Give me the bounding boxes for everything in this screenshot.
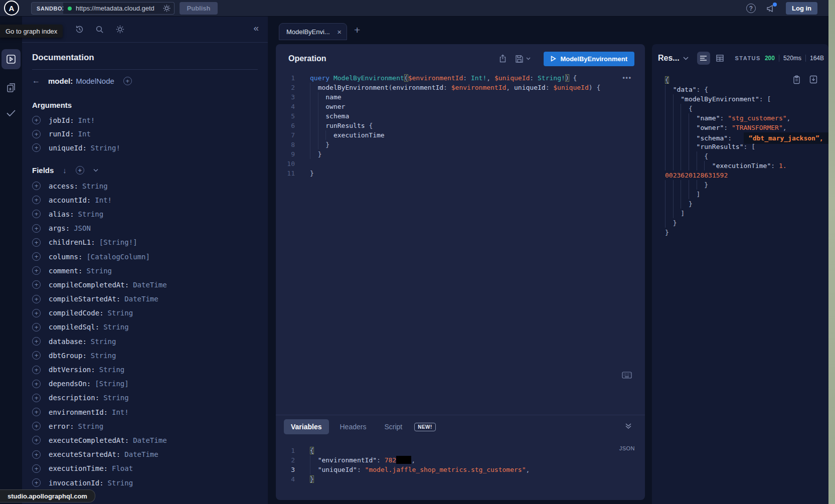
rail-item-checks[interactable] [2,103,21,123]
schema-field-row[interactable]: +compileStartedAt:DateTime [32,292,258,306]
tab-headers[interactable]: Headers [333,419,374,434]
tab-script[interactable]: Script [377,419,409,434]
settings-gear-icon[interactable] [115,25,125,34]
add-to-query-icon[interactable]: + [32,116,41,124]
new-tab-icon[interactable]: + [354,25,360,35]
add-to-query-icon[interactable]: + [32,436,41,444]
schema-field-row[interactable]: +compileCompletedAt:DateTime [32,278,258,292]
field-name: dbtVersion: [49,366,95,374]
run-operation-button[interactable]: ModelByEnvironment [544,52,634,66]
table-view-toggle[interactable] [714,52,727,65]
schema-field-row[interactable]: +dbtGroup:String [32,349,258,363]
add-to-query-icon[interactable]: + [32,210,41,218]
add-all-fields-icon[interactable]: + [76,166,84,175]
add-to-query-icon[interactable]: + [32,366,41,374]
variables-editor[interactable]: 1{2"environmentId": 782,3"uniqueId": "mo… [276,446,645,484]
add-to-query-icon[interactable]: + [32,464,41,473]
schema-field-row[interactable]: +args:JSON [32,221,258,235]
collapse-variables-icon[interactable] [625,423,632,429]
rail-item-operation-collections[interactable] [2,78,21,98]
schema-field-row[interactable]: +uniqueId:String! [32,141,258,155]
schema-field-row[interactable]: +dependsOn:[String] [32,377,258,391]
schema-field-row[interactable]: +columns:[CatalogColumn] [32,249,258,263]
add-to-query-icon[interactable]: + [32,337,41,346]
schema-field-row[interactable]: +database:String [32,334,258,349]
divider [276,415,645,415]
schema-field-row[interactable]: +runId:Int [32,127,258,141]
add-to-query-icon[interactable]: + [32,224,41,233]
add-to-query-icon[interactable]: + [32,280,41,289]
code-line: 2modelByEnvironment(environmentId: $envi… [276,83,645,92]
add-to-query-icon[interactable]: + [32,295,41,303]
schema-field-row[interactable]: +invocationId:String [32,475,258,489]
schema-field-row[interactable]: +childrenL1:[String!] [32,235,258,249]
add-to-query-icon[interactable]: + [32,309,41,317]
query-editor[interactable]: 1query ModelByEnvironment($environmentId… [276,73,645,178]
apollo-logo-icon[interactable]: A [4,1,19,16]
checkmark-icon [5,107,17,119]
schema-field-row[interactable]: +environmentId:Int! [32,405,258,419]
share-icon[interactable] [498,54,507,63]
sort-icon[interactable]: ↓ [63,166,67,175]
keyboard-shortcuts-icon[interactable] [622,372,632,379]
add-to-query-icon[interactable]: + [32,196,41,204]
add-to-query-icon[interactable]: + [32,182,41,190]
add-to-query-icon[interactable]: + [32,143,41,152]
collapse-panel-icon[interactable]: « [253,23,259,33]
schema-field-row[interactable]: +compiledCode:String [32,306,258,320]
schema-field-row[interactable]: +description:String [32,391,258,405]
schema-field-row[interactable]: +dbtVersion:String [32,363,258,377]
back-icon[interactable]: ← [32,76,48,85]
operation-tab[interactable]: ModelByEnvi... × [279,23,347,40]
schema-field-row[interactable]: +executeCompletedAt:DateTime [32,433,258,447]
schema-field-row[interactable]: +alias:String [32,207,258,221]
history-icon[interactable] [75,25,84,34]
add-to-query-icon[interactable]: + [32,323,41,331]
schema-field-row[interactable]: +comment:String [32,264,258,278]
field-name: accountId: [49,196,91,204]
tab-variables[interactable]: Variables [284,419,329,434]
response-body[interactable]: {"data": {"modelByEnvironment": [{"name"… [665,75,826,237]
variables-tabs: Variables Headers Script NEW! [284,419,436,434]
response-title[interactable]: Res... [658,54,680,63]
add-to-query-icon[interactable]: + [32,351,41,360]
schema-field-row[interactable]: +compiledSql:String [32,320,258,334]
publish-button[interactable]: Publish [180,2,218,15]
add-to-query-icon[interactable]: + [32,478,41,487]
chevron-down-icon[interactable] [93,169,98,172]
endpoint-url[interactable]: https://metadata.cloud.getd [76,5,162,12]
help-icon[interactable]: ? [746,4,756,13]
add-to-query-icon[interactable]: + [32,450,41,459]
endpoint-input[interactable]: https://metadata.cloud.getd [63,2,175,15]
announcements-icon[interactable] [766,4,776,14]
schema-field-row[interactable]: +error:String [32,419,258,433]
code-line: 4owner [276,102,645,111]
response-dropdown-icon[interactable] [683,57,689,60]
rail-item-explorer[interactable] [2,49,21,69]
type-name-link[interactable]: ModelNode [76,77,114,85]
add-to-query-icon[interactable]: + [32,422,41,430]
schema-field-row[interactable]: +accountId:Int! [32,193,258,207]
schema-field-row[interactable]: +access:String [32,179,258,193]
add-to-query-icon[interactable]: + [32,252,41,261]
search-icon[interactable] [95,25,104,34]
endpoint-settings-icon[interactable] [162,4,171,13]
add-to-query-icon[interactable]: + [32,266,41,275]
add-to-query-icon[interactable]: + [32,130,41,138]
add-to-query-icon[interactable]: + [32,394,41,402]
add-to-query-icon[interactable]: + [32,238,41,247]
close-tab-icon[interactable]: × [337,28,342,36]
schema-field-row[interactable]: +executeStartedAt:DateTime [32,447,258,461]
add-type-icon[interactable]: + [123,77,132,85]
schema-field-row[interactable]: +jobId:Int! [32,113,258,127]
field-type: String [78,210,104,218]
arguments-heading: Arguments [32,101,258,109]
play-icon [551,56,556,62]
raw-view-toggle[interactable] [697,52,710,65]
save-icon[interactable] [515,55,531,63]
login-button[interactable]: Log in [786,2,817,15]
add-to-query-icon[interactable]: + [32,380,41,388]
schema-field-row[interactable]: +executionTime:Float [32,461,258,475]
add-to-query-icon[interactable]: + [32,408,41,416]
field-type: DateTime [124,295,158,303]
